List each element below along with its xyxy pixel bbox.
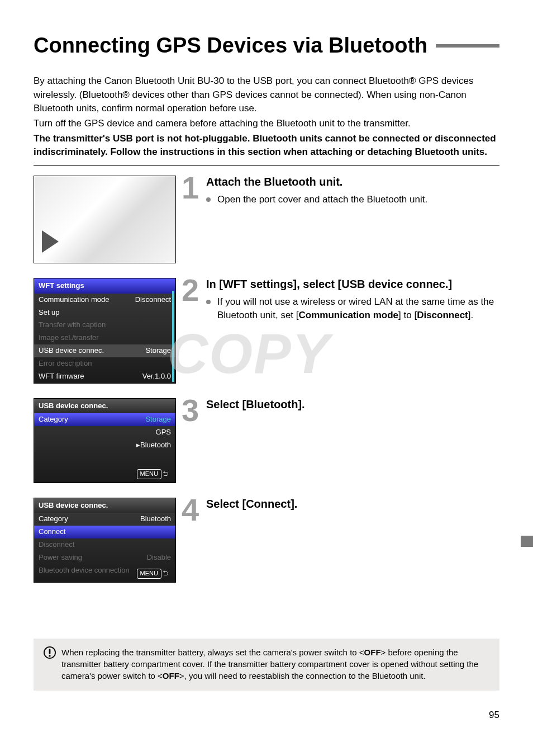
svg-point-2 [49, 655, 50, 656]
menu1-r3l: Transfer with caption [39, 320, 106, 330]
title-rule [436, 44, 499, 48]
menu1-r5l: USB device connec. [39, 346, 104, 356]
menu3-r4r: Disable [147, 552, 171, 563]
caution-icon [44, 646, 56, 659]
menu1-r1l: Communication mode [39, 295, 109, 305]
step-number-3: 3 [182, 395, 204, 426]
page-number: 95 [34, 710, 499, 721]
menu-wft-settings: WFT settings Communication modeDisconnec… [34, 278, 176, 384]
side-tab-marker [521, 536, 533, 547]
caution-note: When replacing the transmitter battery, … [34, 639, 499, 691]
menu3-r1r: Bluetooth [140, 514, 171, 525]
step-3-title: Select [Bluetooth]. [206, 398, 499, 411]
step-1: 1 Attach the Bluetooth unit. Open the po… [34, 176, 499, 263]
menu1-r2l: Set up [39, 308, 60, 318]
svg-rect-1 [49, 649, 51, 654]
menu-usb-device-connec-2: USB device connec. CategoryBluetooth Con… [34, 498, 176, 583]
section-divider [34, 165, 499, 166]
menu2-opt1: Storage [145, 414, 171, 425]
step-2-title: In [WFT settings], select [USB device co… [206, 278, 499, 291]
page-title: Connecting GPS Devices via Bluetooth [34, 34, 427, 58]
menu3-r2l: Connect [39, 527, 65, 537]
arrow-icon [42, 230, 59, 253]
step-1-bullet: Open the port cover and attach the Bluet… [217, 193, 427, 207]
menu1-r5r: Storage [145, 346, 171, 356]
menu1-r6l: Error description [39, 358, 92, 369]
menu1-r7l: WFT firmware [39, 371, 84, 382]
menu1-r1r: Disconnect [135, 295, 171, 305]
menu2-title: USB device connec. [34, 399, 175, 414]
menu2-category: Category [39, 414, 68, 425]
intro-p2: Turn off the GPS device and camera befor… [34, 117, 499, 131]
menu-back-icon: MENU [137, 469, 161, 479]
menu3-r3l: Disconnect [39, 540, 74, 550]
illustration-attach-unit [34, 176, 176, 263]
step-2: WFT settings Communication modeDisconnec… [34, 278, 499, 384]
step-2-bullet: If you will not use a wireless or wired … [217, 295, 499, 323]
step-4: USB device connec. CategoryBluetooth Con… [34, 498, 499, 583]
menu1-r7r: Ver.1.0.0 [142, 371, 171, 382]
step-number-4: 4 [182, 494, 204, 526]
step-1-title: Attach the Bluetooth unit. [206, 176, 499, 188]
menu2-opt2: GPS [156, 427, 171, 438]
menu-back-icon: MENU [137, 569, 161, 579]
menu1-r4l: Image sel./transfer [39, 333, 99, 343]
menu3-r4l: Power saving [39, 552, 82, 563]
menu-scrollbar [172, 291, 174, 382]
step-number-1: 1 [182, 172, 204, 204]
menu2-opt3: ▸Bluetooth [136, 440, 171, 451]
menu-usb-device-connec-1: USB device connec. CategoryStorage GPS ▸… [34, 398, 176, 483]
bullet-icon [206, 197, 211, 202]
caution-text: When replacing the transmitter battery, … [61, 646, 489, 682]
menu1-title: WFT settings [34, 278, 175, 294]
step-3: USB device connec. CategoryStorage GPS ▸… [34, 398, 499, 483]
step-4-title: Select [Connect]. [206, 498, 499, 511]
intro-p1: By attaching the Canon Bluetooth Unit BU… [34, 74, 499, 116]
menu3-title: USB device connec. [34, 498, 175, 513]
menu3-r5l: Bluetooth device connection [39, 565, 130, 576]
intro-p3: The transmitter's USB port is not hot-pl… [34, 132, 499, 159]
menu3-r1l: Category [39, 514, 68, 525]
bullet-icon [206, 300, 211, 304]
step-number-2: 2 [182, 275, 204, 306]
